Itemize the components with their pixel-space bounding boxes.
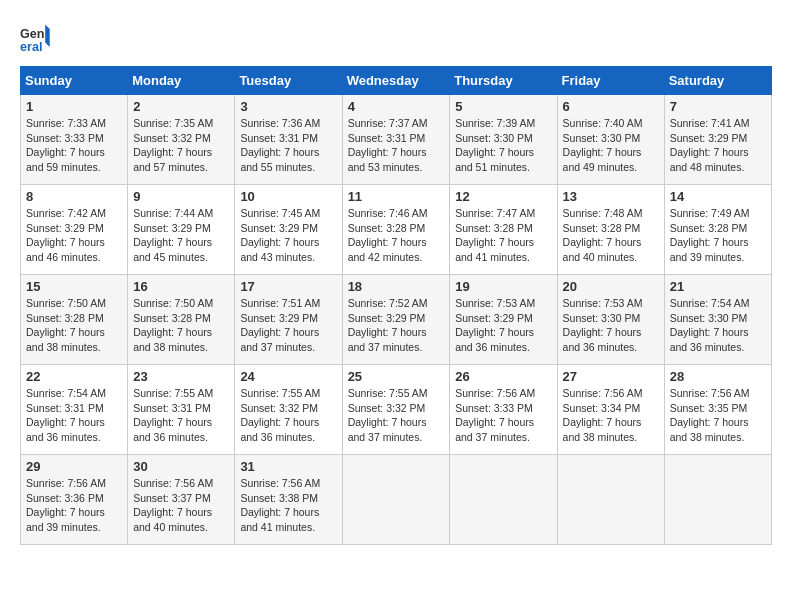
day-info: Sunrise: 7:39 AMSunset: 3:30 PMDaylight:… [455, 116, 551, 175]
day-number: 18 [348, 279, 445, 294]
day-number: 23 [133, 369, 229, 384]
calendar-cell: 27Sunrise: 7:56 AMSunset: 3:34 PMDayligh… [557, 365, 664, 455]
calendar-cell: 19Sunrise: 7:53 AMSunset: 3:29 PMDayligh… [450, 275, 557, 365]
day-info: Sunrise: 7:51 AMSunset: 3:29 PMDaylight:… [240, 296, 336, 355]
calendar-cell [450, 455, 557, 545]
day-number: 17 [240, 279, 336, 294]
day-info: Sunrise: 7:52 AMSunset: 3:29 PMDaylight:… [348, 296, 445, 355]
calendar-cell [664, 455, 771, 545]
calendar-cell: 23Sunrise: 7:55 AMSunset: 3:31 PMDayligh… [128, 365, 235, 455]
day-number: 25 [348, 369, 445, 384]
calendar-cell: 30Sunrise: 7:56 AMSunset: 3:37 PMDayligh… [128, 455, 235, 545]
day-info: Sunrise: 7:40 AMSunset: 3:30 PMDaylight:… [563, 116, 659, 175]
calendar-header: SundayMondayTuesdayWednesdayThursdayFrid… [21, 67, 772, 95]
day-number: 12 [455, 189, 551, 204]
day-number: 4 [348, 99, 445, 114]
day-number: 15 [26, 279, 122, 294]
calendar-cell: 12Sunrise: 7:47 AMSunset: 3:28 PMDayligh… [450, 185, 557, 275]
calendar-cell: 1Sunrise: 7:33 AMSunset: 3:33 PMDaylight… [21, 95, 128, 185]
day-number: 3 [240, 99, 336, 114]
calendar-cell [557, 455, 664, 545]
day-info: Sunrise: 7:55 AMSunset: 3:31 PMDaylight:… [133, 386, 229, 445]
day-info: Sunrise: 7:42 AMSunset: 3:29 PMDaylight:… [26, 206, 122, 265]
calendar-cell: 24Sunrise: 7:55 AMSunset: 3:32 PMDayligh… [235, 365, 342, 455]
logo: Gen eral [20, 20, 60, 56]
day-number: 10 [240, 189, 336, 204]
calendar-table: SundayMondayTuesdayWednesdayThursdayFrid… [20, 66, 772, 545]
day-of-week-monday: Monday [128, 67, 235, 95]
day-number: 20 [563, 279, 659, 294]
day-info: Sunrise: 7:46 AMSunset: 3:28 PMDaylight:… [348, 206, 445, 265]
day-number: 22 [26, 369, 122, 384]
day-number: 29 [26, 459, 122, 474]
day-info: Sunrise: 7:33 AMSunset: 3:33 PMDaylight:… [26, 116, 122, 175]
calendar-cell: 16Sunrise: 7:50 AMSunset: 3:28 PMDayligh… [128, 275, 235, 365]
calendar-cell: 11Sunrise: 7:46 AMSunset: 3:28 PMDayligh… [342, 185, 450, 275]
day-number: 6 [563, 99, 659, 114]
calendar-week-1: 1Sunrise: 7:33 AMSunset: 3:33 PMDaylight… [21, 95, 772, 185]
calendar-week-4: 22Sunrise: 7:54 AMSunset: 3:31 PMDayligh… [21, 365, 772, 455]
day-info: Sunrise: 7:56 AMSunset: 3:36 PMDaylight:… [26, 476, 122, 535]
day-of-week-friday: Friday [557, 67, 664, 95]
day-info: Sunrise: 7:48 AMSunset: 3:28 PMDaylight:… [563, 206, 659, 265]
calendar-cell: 31Sunrise: 7:56 AMSunset: 3:38 PMDayligh… [235, 455, 342, 545]
day-info: Sunrise: 7:36 AMSunset: 3:31 PMDaylight:… [240, 116, 336, 175]
calendar-cell: 28Sunrise: 7:56 AMSunset: 3:35 PMDayligh… [664, 365, 771, 455]
calendar-cell: 4Sunrise: 7:37 AMSunset: 3:31 PMDaylight… [342, 95, 450, 185]
calendar-cell: 7Sunrise: 7:41 AMSunset: 3:29 PMDaylight… [664, 95, 771, 185]
day-number: 2 [133, 99, 229, 114]
day-info: Sunrise: 7:47 AMSunset: 3:28 PMDaylight:… [455, 206, 551, 265]
day-number: 5 [455, 99, 551, 114]
day-number: 8 [26, 189, 122, 204]
day-of-week-saturday: Saturday [664, 67, 771, 95]
day-number: 14 [670, 189, 766, 204]
calendar-cell: 2Sunrise: 7:35 AMSunset: 3:32 PMDaylight… [128, 95, 235, 185]
calendar-cell: 13Sunrise: 7:48 AMSunset: 3:28 PMDayligh… [557, 185, 664, 275]
day-of-week-thursday: Thursday [450, 67, 557, 95]
day-info: Sunrise: 7:56 AMSunset: 3:34 PMDaylight:… [563, 386, 659, 445]
day-info: Sunrise: 7:50 AMSunset: 3:28 PMDaylight:… [26, 296, 122, 355]
day-info: Sunrise: 7:50 AMSunset: 3:28 PMDaylight:… [133, 296, 229, 355]
calendar-cell: 17Sunrise: 7:51 AMSunset: 3:29 PMDayligh… [235, 275, 342, 365]
calendar-cell: 8Sunrise: 7:42 AMSunset: 3:29 PMDaylight… [21, 185, 128, 275]
day-of-week-wednesday: Wednesday [342, 67, 450, 95]
day-number: 16 [133, 279, 229, 294]
calendar-week-5: 29Sunrise: 7:56 AMSunset: 3:36 PMDayligh… [21, 455, 772, 545]
day-info: Sunrise: 7:56 AMSunset: 3:35 PMDaylight:… [670, 386, 766, 445]
day-info: Sunrise: 7:53 AMSunset: 3:29 PMDaylight:… [455, 296, 551, 355]
page-header: Gen eral [20, 20, 772, 56]
calendar-cell: 6Sunrise: 7:40 AMSunset: 3:30 PMDaylight… [557, 95, 664, 185]
header-row: SundayMondayTuesdayWednesdayThursdayFrid… [21, 67, 772, 95]
day-info: Sunrise: 7:37 AMSunset: 3:31 PMDaylight:… [348, 116, 445, 175]
day-number: 1 [26, 99, 122, 114]
calendar-cell: 25Sunrise: 7:55 AMSunset: 3:32 PMDayligh… [342, 365, 450, 455]
calendar-cell: 10Sunrise: 7:45 AMSunset: 3:29 PMDayligh… [235, 185, 342, 275]
day-info: Sunrise: 7:55 AMSunset: 3:32 PMDaylight:… [240, 386, 336, 445]
calendar-cell: 21Sunrise: 7:54 AMSunset: 3:30 PMDayligh… [664, 275, 771, 365]
calendar-cell: 20Sunrise: 7:53 AMSunset: 3:30 PMDayligh… [557, 275, 664, 365]
day-number: 21 [670, 279, 766, 294]
day-number: 30 [133, 459, 229, 474]
day-number: 31 [240, 459, 336, 474]
calendar-cell: 26Sunrise: 7:56 AMSunset: 3:33 PMDayligh… [450, 365, 557, 455]
day-info: Sunrise: 7:54 AMSunset: 3:31 PMDaylight:… [26, 386, 122, 445]
day-number: 27 [563, 369, 659, 384]
calendar-cell: 18Sunrise: 7:52 AMSunset: 3:29 PMDayligh… [342, 275, 450, 365]
calendar-week-2: 8Sunrise: 7:42 AMSunset: 3:29 PMDaylight… [21, 185, 772, 275]
day-info: Sunrise: 7:53 AMSunset: 3:30 PMDaylight:… [563, 296, 659, 355]
day-info: Sunrise: 7:41 AMSunset: 3:29 PMDaylight:… [670, 116, 766, 175]
day-info: Sunrise: 7:55 AMSunset: 3:32 PMDaylight:… [348, 386, 445, 445]
day-info: Sunrise: 7:45 AMSunset: 3:29 PMDaylight:… [240, 206, 336, 265]
calendar-week-3: 15Sunrise: 7:50 AMSunset: 3:28 PMDayligh… [21, 275, 772, 365]
logo-icon: Gen eral [20, 20, 56, 56]
calendar-cell: 22Sunrise: 7:54 AMSunset: 3:31 PMDayligh… [21, 365, 128, 455]
day-number: 9 [133, 189, 229, 204]
calendar-cell [342, 455, 450, 545]
svg-marker-2 [45, 25, 54, 48]
day-number: 19 [455, 279, 551, 294]
calendar-body: 1Sunrise: 7:33 AMSunset: 3:33 PMDaylight… [21, 95, 772, 545]
day-info: Sunrise: 7:56 AMSunset: 3:38 PMDaylight:… [240, 476, 336, 535]
day-info: Sunrise: 7:56 AMSunset: 3:37 PMDaylight:… [133, 476, 229, 535]
calendar-cell: 5Sunrise: 7:39 AMSunset: 3:30 PMDaylight… [450, 95, 557, 185]
day-of-week-tuesday: Tuesday [235, 67, 342, 95]
